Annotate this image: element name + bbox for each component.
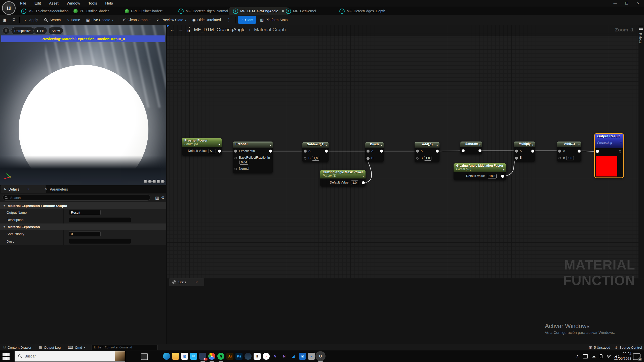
chevron-down-icon[interactable]: ▾ [578, 144, 580, 146]
unsaved-indicator[interactable]: ▣ 5 Unsaved [589, 345, 610, 349]
browse-button[interactable]: ⌸ [10, 15, 18, 25]
input-pin[interactable] [596, 150, 599, 153]
stats-panel-tab[interactable]: Stats ✕ [169, 278, 204, 286]
camera-icon[interactable] [583, 354, 588, 358]
avatar[interactable] [115, 351, 125, 361]
edge-icon[interactable] [163, 353, 170, 360]
platform-stats-button[interactable]: ▥Platform Stats [257, 15, 291, 25]
input-pin-b[interactable] [304, 157, 306, 160]
chevron-down-icon[interactable]: ▾ [326, 144, 327, 147]
minimize-button[interactable]: — [609, 0, 621, 7]
tab-mf-dectectedges-normal[interactable]: f MF_DectectEdges_Normal [175, 7, 231, 15]
value-input[interactable]: 1,0 [312, 156, 319, 161]
source-control-button[interactable]: ⊘ Source Control [615, 345, 642, 349]
table-view-icon[interactable]: ▦ [155, 195, 159, 200]
viewport-menu-button[interactable]: ☰ [3, 27, 10, 34]
output-pin[interactable] [531, 150, 534, 153]
home-button[interactable]: ⌂Home [64, 15, 83, 25]
blue-square-app-icon[interactable]: ▣ [299, 353, 306, 360]
clean-graph-button[interactable]: ✐Clean Graph▾ [120, 15, 154, 25]
output-pin[interactable] [218, 150, 221, 153]
chevron-down-icon[interactable]: ▾ [270, 144, 271, 147]
close-button[interactable]: ✕ [632, 0, 644, 7]
menu-tools[interactable]: Tools [85, 0, 101, 6]
illustrator-icon[interactable]: Ai [226, 353, 233, 360]
output-pin[interactable] [478, 149, 481, 152]
back-button[interactable]: ← [170, 27, 175, 32]
default-value-input[interactable]: 5,0 [209, 149, 216, 153]
node-saturate[interactable]: Saturate ▾ [460, 142, 482, 154]
preview-cylinder-icon[interactable] [144, 180, 147, 183]
input-pin-a[interactable] [304, 150, 307, 153]
show-button[interactable]: Show [48, 27, 63, 34]
purple-app-icon[interactable]: N [281, 353, 288, 360]
menu-window[interactable]: Window [63, 0, 84, 6]
details-search-input[interactable] [3, 195, 150, 201]
spotify-icon[interactable]: ≋ [217, 353, 224, 360]
tab-mf-detectedges-depth[interactable]: f MF_DetectEdges_Depth [336, 7, 389, 15]
output-pin[interactable] [380, 150, 383, 153]
input-pin-a[interactable] [367, 150, 370, 153]
tab-ppi-outlineshader[interactable]: PPI_OutlineShader* [121, 7, 166, 15]
breadcrumb-root[interactable]: MF_DTM_GrazingAngle [194, 27, 246, 32]
console-command-input[interactable] [92, 345, 158, 350]
output-pin[interactable] [501, 175, 504, 178]
notification-center-button[interactable]: 4 [633, 353, 640, 360]
input-pin-exponentin[interactable] [234, 150, 237, 153]
taskbar-clock[interactable]: 22:24 11/05/2023 [612, 351, 631, 361]
live-update-button[interactable]: ▦Live Update▾ [83, 15, 116, 25]
camera-app-icon[interactable]: ● [308, 353, 315, 360]
input-pin-b[interactable] [367, 157, 370, 160]
sort-priority-input[interactable] [69, 231, 101, 236]
tab-pp-outlineshader[interactable]: PP_OutlineShader [70, 7, 112, 15]
perspective-button[interactable]: Perspective [11, 27, 35, 34]
input-pin-a[interactable] [416, 150, 419, 153]
hide-unrelated-button[interactable]: ◉Hide Unrelated [189, 15, 224, 25]
start-button[interactable] [2, 352, 12, 361]
chevron-down-icon[interactable]: ▾ [503, 168, 504, 171]
stats-button[interactable]: ◔Stats [238, 16, 256, 24]
node-output-result[interactable]: Output Result Previewing ▴ [594, 133, 624, 178]
search-button[interactable]: Search [41, 15, 64, 25]
tab-mf-getkernel[interactable]: f MF_GetKernel [282, 7, 319, 15]
node-add-2[interactable]: Add(,1) ▾ A B 1,0 [557, 142, 581, 162]
preview-sphere-icon[interactable] [148, 180, 152, 183]
chevron-down-icon[interactable]: ▾ [436, 144, 438, 147]
visual-studio-icon[interactable]: V [272, 353, 279, 360]
wifi-icon[interactable] [607, 354, 611, 358]
menu-asset[interactable]: Asset [46, 0, 62, 6]
gear-icon[interactable]: ⚙ [161, 195, 165, 200]
tab-details[interactable]: ✎ Details ✕ [1, 185, 46, 193]
node-divide[interactable]: Divide ▾ A B [365, 142, 384, 162]
forward-button[interactable]: → [178, 27, 183, 32]
microsoft-store-icon[interactable]: ⊞ [181, 353, 188, 360]
chevron-down-icon[interactable]: ▾ [363, 175, 364, 178]
chrome-icon[interactable]: ● [208, 353, 215, 360]
node-add-1[interactable]: Add(,1) ▾ A B 1,0 [415, 142, 439, 162]
close-icon[interactable]: ✕ [195, 281, 198, 284]
blue-fin-app-icon[interactable]: ◢ [290, 353, 297, 360]
lit-mode-button[interactable]: ◐Lit [33, 27, 47, 34]
node-grazing-angle-mdelation-factor[interactable]: Grazing Angle Mdelation Factor Param (10… [454, 163, 506, 180]
output-pin[interactable] [362, 181, 365, 184]
preview-viewport[interactable]: ☰ Perspective ◐Lit Show Previewing: Mate… [0, 25, 166, 185]
value-input[interactable]: 1,0 [567, 156, 574, 160]
unreal-engine-icon[interactable]: U [317, 353, 324, 360]
chat-app-icon[interactable]: 9+ [199, 353, 206, 360]
tab-mf-dtm-grazingangle[interactable]: f MF_DTM_GrazingAngle ✕ [229, 7, 288, 15]
output-name-input[interactable] [69, 210, 101, 215]
save-button[interactable]: ▣ [0, 15, 10, 25]
task-view-button[interactable] [141, 353, 148, 360]
menu-help[interactable]: Help [102, 0, 116, 6]
section-material-expression[interactable]: ▼ Material Expression [0, 223, 166, 230]
apply-button[interactable]: ✓Apply [21, 15, 41, 25]
menu-file[interactable]: File [17, 0, 30, 6]
input-pin-b[interactable] [416, 157, 419, 160]
white-pause-app-icon[interactable]: ‖ [254, 353, 261, 360]
chevron-down-icon[interactable]: ▾ [381, 144, 382, 147]
input-pin[interactable] [462, 149, 465, 152]
default-value-input[interactable]: 1,0 [351, 180, 358, 185]
description-input[interactable] [69, 217, 131, 222]
mail-icon[interactable]: ✉ [190, 353, 197, 360]
photoshop-icon[interactable]: Ps [235, 353, 243, 360]
